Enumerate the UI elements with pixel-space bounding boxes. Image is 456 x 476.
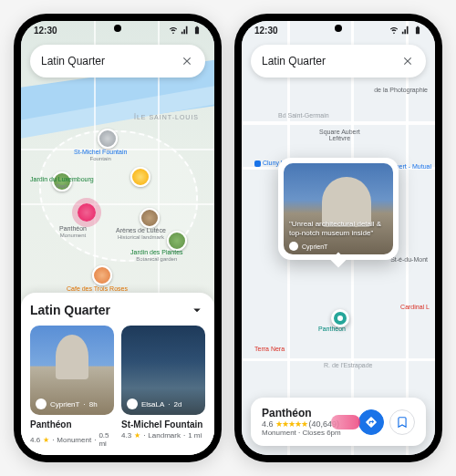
clear-search-button[interactable] (180, 54, 194, 68)
map-label-estrapade: R. de l'Estrapade (324, 362, 372, 368)
map-label-terranera[interactable]: Terra Nera (254, 346, 285, 352)
bottom-sheet[interactable]: Latin Quarter CyprienT·8h Panthéon 4.6★· (21, 293, 214, 455)
author-chip: ElsaLA·2d (127, 398, 182, 409)
battery-icon (413, 26, 422, 35)
bookmark-icon (396, 416, 409, 429)
star-icon: ★ (134, 431, 140, 440)
close-icon (181, 55, 193, 67)
card-title: St-Michel Fountain (121, 419, 205, 429)
avatar (36, 398, 47, 409)
map-label-photographie: de la Photographie (364, 87, 428, 93)
avatar (127, 398, 138, 409)
map-label-arenes[interactable]: Arènes de Lutèce Historical landmark (116, 227, 166, 240)
place-card-fountain[interactable]: ElsaLA·2d St-Michel Fountain 4.3★· Landm… (121, 326, 205, 448)
callout-image (284, 163, 393, 254)
search-query: Latin Quarter (41, 55, 180, 67)
author-chip: CyprienT·8h (36, 398, 98, 409)
avatar (289, 242, 298, 251)
screen-left: 12:30 ÎLE SAINT-LOUIS St-Michel Fountain… (21, 21, 214, 455)
directions-icon (365, 416, 378, 429)
place-rating: 4.6 ★★★★★ (40,649) (262, 419, 341, 429)
signal-icon (401, 26, 410, 35)
status-icons (169, 26, 202, 35)
map-label-stedumont[interactable]: St-é-du-Mont (390, 256, 428, 263)
poi-arenes[interactable] (140, 208, 160, 228)
map-label-cafe[interactable]: Cafe des Trois Roses (67, 285, 128, 293)
phone-right: 12:30 de la Photographie Bd Saint-Germai… (234, 14, 442, 462)
screen-right: 12:30 de la Photographie Bd Saint-Germai… (242, 21, 435, 455)
status-bar: 12:30 (242, 21, 435, 39)
close-icon (401, 55, 414, 67)
poi-featured[interactable] (130, 167, 150, 187)
clear-search-button[interactable] (400, 54, 415, 68)
clock: 12:30 (254, 26, 278, 36)
signal-icon (181, 26, 190, 35)
map-label-cardinal[interactable]: Cardinal L (400, 304, 430, 310)
card-meta: 4.3★· Landmark· 1 mi (121, 431, 205, 440)
map-label-pantheon[interactable]: Panthéon Monument (59, 225, 87, 238)
search-bar[interactable]: Latin Quarter (251, 45, 426, 78)
map-label-ile: ÎLE SAINT-LOUIS (134, 114, 199, 121)
directions-button[interactable] (358, 409, 384, 435)
battery-icon (192, 26, 202, 35)
card-title: Panthéon (30, 419, 114, 429)
status-icons (389, 26, 422, 35)
poi-jardin-plantes[interactable] (167, 231, 187, 251)
map-label-jardin-plantes[interactable]: Jardin des Plantes Botanical garden (130, 249, 183, 262)
clock: 12:30 (34, 26, 57, 36)
chevron-down-icon[interactable] (189, 302, 205, 318)
card-image: CyprienT·8h (30, 326, 114, 415)
search-bar[interactable]: Latin Quarter (30, 45, 205, 78)
sheet-title: Latin Quarter (30, 303, 110, 317)
map-label-stmichel[interactable]: St-Michel Fountain Fountain (74, 149, 127, 161)
poi-cafe[interactable] (92, 265, 112, 285)
map-label-bd-germain: Bd Saint-Germain (278, 112, 329, 119)
save-button[interactable] (389, 409, 415, 435)
place-card-pantheon[interactable]: CyprienT·8h Panthéon 4.6★· Monument· 0.5… (30, 326, 114, 448)
place-callout[interactable]: "Unreal architectural detail & top-notch… (278, 158, 399, 260)
place-meta: Monument · Closes 6pm (262, 429, 341, 437)
stars-icon: ★★★★★ (275, 419, 307, 429)
highlight-indicator (331, 415, 360, 429)
wifi-icon (389, 26, 399, 35)
callout-author: CyprienT (289, 242, 327, 251)
map-label-square[interactable]: Square Aubert Lefèvre (319, 129, 360, 141)
card-image: ElsaLA·2d (121, 326, 205, 415)
status-bar: 12:30 (21, 21, 214, 39)
map-label-jardin-lux[interactable]: Jardin du Luxembourg Park (30, 176, 94, 189)
star-icon: ★ (43, 436, 49, 444)
my-location[interactable] (78, 203, 96, 222)
place-title: Panthéon (262, 407, 341, 419)
search-query: Latin Quarter (262, 55, 400, 67)
phone-left: 12:30 ÎLE SAINT-LOUIS St-Michel Fountain… (14, 14, 222, 462)
front-camera (114, 25, 121, 32)
place-pin-pantheon[interactable] (331, 309, 349, 327)
callout-quote: "Unreal architectural detail & top-notch… (289, 220, 388, 238)
place-detail-card[interactable]: Panthéon 4.6 ★★★★★ (40,649) Monument · C… (251, 398, 426, 446)
poi-stmichel[interactable] (98, 129, 118, 149)
wifi-icon (169, 26, 178, 35)
front-camera (335, 25, 342, 32)
card-meta: 4.6★· Monument· 0.5 mi (30, 431, 114, 448)
